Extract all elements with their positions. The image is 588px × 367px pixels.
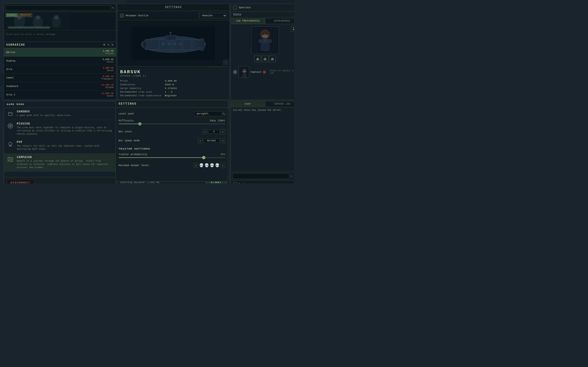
bot-count-decrease[interactable]: ‹ (203, 129, 207, 134)
chat-input-row: ✎ 🎤 (231, 172, 294, 180)
submarine-detail-panel: SETTINGS ✓ Respawn shuttle Hemulen (117, 4, 230, 100)
traitor-slider-thumb[interactable] (202, 156, 205, 159)
svg-point-14 (143, 41, 147, 48)
submarine-close-button[interactable]: ✕ (111, 43, 114, 47)
ready-checkbox[interactable] (233, 182, 237, 184)
gamemode-item[interactable]: PVP The players are split up into two se… (4, 138, 116, 153)
svg-rect-43 (264, 58, 266, 59)
settings-difficulty-label: Difficulty (119, 119, 134, 122)
price-label: Price (120, 80, 161, 82)
job-icon-row (254, 56, 276, 62)
spectate-checkbox[interactable] (233, 6, 237, 9)
respawn-checkbox[interactable]: ✓ (120, 14, 124, 17)
gamemode-item[interactable]: MISSION The crew must work together to c… (4, 120, 116, 138)
crew-size-value: 1 - 3 (165, 91, 227, 93)
disconnect-button[interactable]: DISCONNECT (7, 179, 34, 184)
submarine-name: BARSUK (120, 69, 227, 75)
max-danger-decrease[interactable]: ‹ (194, 163, 198, 168)
server-name-input[interactable] (6, 5, 111, 10)
svg-rect-45 (271, 58, 273, 59)
server-message-area[interactable]: Click here to write a server message (4, 30, 116, 42)
svg-rect-19 (179, 43, 182, 45)
bot-spawn-row: Bot spawn mode ‹ Normal › (119, 136, 225, 145)
spectate-label: Spectate (239, 6, 251, 9)
svg-rect-17 (168, 43, 170, 45)
edit-icon-chat: ✎ (291, 175, 292, 178)
svg-rect-16 (162, 43, 164, 45)
svg-point-54 (10, 125, 11, 126)
settings-difficulty-value: Easy (20%) (210, 119, 225, 122)
expand-button[interactable]: ⤢ (223, 60, 228, 65)
player-name: Vihis (233, 13, 242, 16)
chat-input[interactable] (233, 173, 289, 179)
tab-job-preferences[interactable]: JOB PREFERENCES (231, 18, 265, 24)
bot-count-increase[interactable]: › (221, 129, 225, 134)
chat-message: [13:44] Vihis has joined the server. (233, 109, 294, 111)
svg-rect-49 (242, 73, 247, 78)
traitor-prob-row: Traitor probability 80% (119, 152, 225, 161)
max-danger-increase[interactable]: › (221, 163, 225, 168)
bot-spawn-increase[interactable]: › (221, 138, 225, 143)
bot-spawn-stepper: ‹ Normal › (198, 138, 225, 143)
settings-button[interactable]: SETTINGS (160, 4, 187, 11)
tab-appearance[interactable]: APPEARANCE (265, 18, 294, 24)
gamemode-list: SANDBOX A game mode with no specific obj… (4, 108, 116, 177)
sub-list-item[interactable]: Orca 2 13,000 mk Scout (4, 91, 116, 99)
svg-text:▓▓▓▓▓▓▓▓▓▓▓▓▓▓▓▓▓▓▓▓▓▓▓▓▓▓▓▓▓▓: ▓▓▓▓▓▓▓▓▓▓▓▓▓▓▓▓▓▓▓▓▓▓▓▓▓▓▓▓▓▓▓▓▓▓▓▓▓▓ (8, 26, 50, 29)
svg-rect-13 (169, 32, 172, 33)
job-slot-1[interactable] (254, 56, 261, 62)
job-slot-3[interactable] (269, 56, 276, 62)
skull-1: 💀 (199, 163, 204, 168)
tab-server-log[interactable]: SERVER LOG (265, 101, 294, 107)
submarine-preview-button[interactable]: 👁 (103, 43, 106, 47)
gamemode-item[interactable]: CAMPAIGN Embark on a journey through the… (4, 153, 116, 172)
captain-label: Captain (251, 71, 261, 73)
submarine-edit-button[interactable]: ✎ (107, 43, 110, 47)
gamemode-item[interactable]: SANDBOX A game mode with no specific obj… (4, 108, 116, 120)
select-job-text[interactable]: Click to select a job (270, 69, 294, 75)
skull-4: 💀 (215, 163, 220, 168)
difficulty-slider-track[interactable] (119, 123, 225, 124)
server-name-edit-icon[interactable]: ✎ (112, 6, 114, 10)
sub-list-item[interactable]: Barsuk 3,999 mk Attack (4, 48, 116, 57)
settings-panel-title: SETTINGS (116, 100, 228, 108)
respawn-row: ✓ Respawn shuttle Hemulen (117, 11, 229, 20)
captain-area: i Captain ✕ Click to select a job (233, 66, 294, 78)
difficulty-slider-thumb[interactable] (138, 122, 141, 125)
captain-portrait (238, 66, 249, 78)
level-seed-value[interactable]: AernghPt (194, 111, 222, 116)
bot-count-stepper: ‹ 5 › (203, 129, 225, 134)
server-message-placeholder[interactable]: Click here to write a server message (6, 33, 55, 36)
submarine-list: Barsuk 3,999 mk Attack Dugong 5,000 mk S… (4, 48, 116, 100)
respawn-shuttle-select[interactable]: Hemulen (199, 13, 227, 18)
captain-remove-button[interactable]: ✕ (262, 70, 266, 74)
svg-point-48 (242, 70, 246, 73)
traitor-slider-track[interactable] (119, 157, 225, 158)
level-seed-row: Level seed AernghPt ✎ (119, 110, 225, 118)
info-icon: i (233, 70, 237, 74)
sub-list-item[interactable]: Dugong 5,000 mk Scout (4, 57, 116, 65)
gamemode-name: SANDBOX (17, 110, 113, 113)
bot-spawn-decrease[interactable]: ‹ (198, 138, 203, 143)
sub-list-item[interactable]: Camel 9,900 mk Transport (4, 74, 116, 82)
mic-button[interactable]: 🎤 (294, 174, 294, 178)
submarine-image-area: ⤢ (117, 20, 229, 67)
level-seed-input-area: AernghPt ✎ (194, 111, 225, 116)
player-tabs: JOB PREFERENCES APPEARANCE (231, 18, 294, 24)
job-slot-2[interactable] (262, 56, 268, 62)
svg-rect-40 (256, 58, 259, 60)
player-panel: Spectate Vihis ✎ JOB PREFERENCES APPEARA… (231, 4, 294, 100)
sub-list-item[interactable]: Humpback 13,000 mk Attack (4, 82, 116, 91)
chat-panel: CHAT SERVER LOG [13:44] Vihis has joined… (231, 101, 294, 184)
svg-rect-29 (169, 39, 172, 39)
svg-rect-44 (271, 58, 274, 60)
level-seed-edit-icon[interactable]: ✎ (223, 111, 225, 116)
sub-list-item[interactable]: Azimuth 14,000 mk Scout (4, 99, 116, 100)
sub-list-item[interactable]: Orca 9,000 mk Scout (4, 65, 116, 74)
dimensions-value: 29x9 m (165, 83, 227, 86)
gamemode-desc: The players are split up into two separa… (17, 144, 113, 151)
svg-rect-50 (9, 112, 12, 116)
tab-chat[interactable]: CHAT (231, 101, 265, 107)
submarine-image-svg (132, 27, 215, 59)
traitor-slider-fill (119, 157, 204, 158)
